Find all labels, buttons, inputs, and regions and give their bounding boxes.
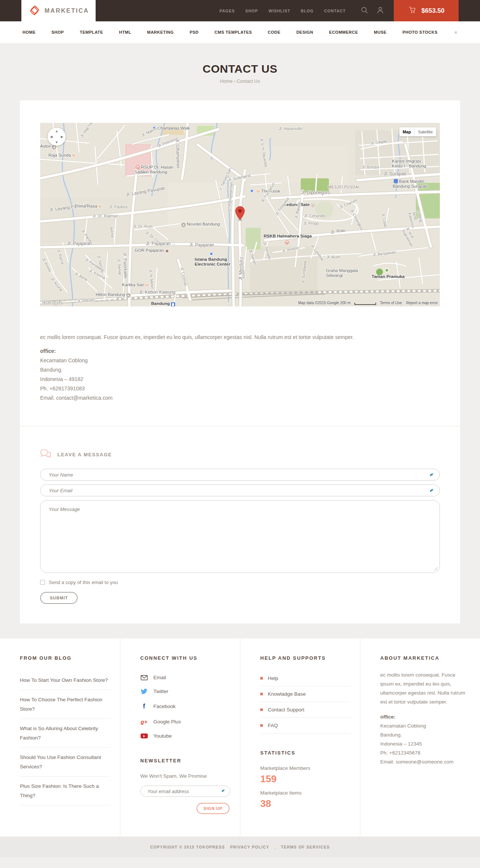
category-nav-item[interactable]: MUSE bbox=[374, 30, 387, 34]
textarea-resize-handle[interactable] bbox=[434, 566, 438, 571]
map-scale-bar bbox=[354, 303, 376, 305]
footer-about-heading: ABOUT MARKETICA bbox=[380, 655, 470, 661]
about-address-line: Email. someone@someone.com bbox=[380, 757, 470, 766]
category-nav-item[interactable]: HTML bbox=[119, 30, 131, 34]
square-bullet-icon bbox=[260, 693, 263, 695]
send-copy-checkbox[interactable] bbox=[40, 580, 45, 585]
map-type-satellite-button[interactable]: Satellite bbox=[414, 127, 436, 136]
page-title: CONTACT US bbox=[0, 63, 480, 75]
social-link[interactable]: Email bbox=[140, 671, 230, 684]
breadcrumb: Home › Contact Us bbox=[0, 79, 480, 84]
pan-right-icon[interactable]: ▶ bbox=[61, 135, 63, 139]
blog-post-link[interactable]: Should You Use Fashion Consultant Servic… bbox=[20, 748, 110, 777]
map-pan-control[interactable]: ▲ ▼ ◀ ▶ bbox=[48, 128, 66, 146]
about-address-line: Indonesia – 12345 bbox=[380, 740, 470, 748]
square-bullet-icon bbox=[260, 708, 263, 711]
help-link[interactable]: FAQ bbox=[260, 718, 350, 734]
nav-more-chevron-icon[interactable]: » bbox=[453, 31, 459, 33]
office-label: office: bbox=[380, 713, 470, 722]
social-icon: g+ bbox=[140, 719, 148, 725]
social-label: Google Plus bbox=[153, 719, 181, 725]
help-label: FAQ bbox=[268, 723, 278, 728]
footer-about-column: ABOUT MARKETICA ec mollis lorem consequa… bbox=[360, 638, 480, 837]
category-nav-item[interactable]: MARKETING bbox=[147, 30, 174, 34]
pan-up-icon[interactable]: ▲ bbox=[55, 129, 58, 133]
category-nav-item[interactable]: PSD bbox=[190, 30, 199, 34]
pan-down-icon[interactable]: ▼ bbox=[55, 140, 58, 144]
about-address-line: Ph. +6212345678 bbox=[380, 748, 470, 757]
social-link[interactable]: g+ Google Plus bbox=[140, 714, 230, 729]
category-nav-item[interactable]: PHOTO STOCKS bbox=[402, 30, 438, 34]
statistics-heading: STATISTICS bbox=[260, 750, 350, 756]
category-nav-item[interactable]: HOME bbox=[22, 30, 36, 34]
category-nav-item[interactable]: SHOP bbox=[51, 30, 64, 34]
category-nav-item[interactable]: ECOMMERCE bbox=[329, 30, 358, 34]
social-label: Email bbox=[153, 675, 166, 680]
top-nav-item[interactable]: BLOG bbox=[301, 9, 314, 13]
social-label: Youtube bbox=[153, 733, 172, 739]
price-tag-icon bbox=[28, 4, 41, 18]
blog-post-link[interactable]: What is So Alluring About Celebrity Fash… bbox=[20, 719, 110, 748]
map-data-credit: Map data ©2015 Google bbox=[298, 301, 339, 305]
terms-of-use-link[interactable]: Terms of Use bbox=[380, 301, 402, 305]
social-link[interactable]: Twitter bbox=[140, 684, 230, 698]
social-link[interactable]: Youtube bbox=[140, 729, 230, 743]
blog-post-link[interactable]: How To Start Your Own Fashion Store? bbox=[20, 671, 110, 690]
square-bullet-icon bbox=[260, 724, 263, 727]
chat-bubbles-icon bbox=[40, 449, 51, 460]
office-address-line: Bandung. bbox=[40, 365, 440, 375]
signup-button[interactable]: SIGN UP bbox=[196, 803, 230, 814]
footer-connect-column: CONNECT WITH US Email Twitter f Facebook… bbox=[120, 638, 240, 837]
office-label: office: bbox=[40, 347, 440, 356]
user-account-icon[interactable] bbox=[376, 6, 384, 15]
submit-button[interactable]: SUBMIT bbox=[40, 592, 78, 604]
terms-of-services-link[interactable]: TERMS OF SERVICES bbox=[281, 845, 330, 849]
leave-message-heading: LEAVE A MESSAGE bbox=[57, 452, 112, 457]
cart-icon bbox=[408, 6, 417, 16]
blog-post-link[interactable]: Plus Size Fashion: Is There Such a Thing… bbox=[20, 777, 110, 805]
name-input[interactable]: Your Name ✒ bbox=[40, 469, 440, 481]
pen-icon: ✒ bbox=[428, 486, 436, 495]
privacy-policy-link[interactable]: PRIVACY POLICY bbox=[230, 845, 270, 849]
pen-icon: ✒ bbox=[428, 471, 436, 479]
help-label: Contact Support bbox=[268, 707, 304, 713]
message-textarea[interactable]: Your Message bbox=[40, 500, 440, 573]
footer-help-column: HELP AND SUPPORTS Help Knowladge Base Co… bbox=[240, 638, 360, 837]
help-link[interactable]: Contact Support bbox=[260, 702, 350, 718]
help-link[interactable]: Knowladge Base bbox=[260, 686, 350, 702]
category-nav-item[interactable]: TEMPLATE bbox=[80, 30, 103, 34]
category-nav-item[interactable]: CMS TEMPLATES bbox=[214, 30, 252, 34]
social-label: Twitter bbox=[153, 689, 168, 694]
report-map-error-link[interactable]: Report a map error bbox=[406, 301, 438, 305]
search-icon[interactable] bbox=[361, 6, 368, 15]
blog-post-link[interactable]: How To Choose The Perfect Fashion Store? bbox=[20, 690, 110, 719]
category-nav: HOMESHOPTEMPLATEHTMLMARKETINGPSDCMS TEMP… bbox=[0, 21, 480, 43]
brand-logo[interactable]: MARKETICA bbox=[21, 0, 96, 21]
newsletter-tagline: We Won't Spam, We Promise bbox=[140, 773, 230, 779]
newsletter-email-input[interactable]: Your email address ✒ bbox=[140, 786, 230, 797]
breadcrumb-home-link[interactable]: Home bbox=[220, 79, 232, 84]
category-nav-item[interactable]: CODE bbox=[268, 30, 280, 34]
top-bar: MARKETICA PAGESSHOPWISHLISTBLOGCONTACT $… bbox=[0, 0, 480, 21]
stat-label: Marketplace Members bbox=[260, 765, 350, 771]
leave-message-section: LEAVE A MESSAGE Your Name ✒ Your Email ✒… bbox=[40, 426, 440, 604]
top-nav-item[interactable]: CONTACT bbox=[324, 9, 346, 13]
category-nav-item[interactable]: DESIGN bbox=[296, 30, 313, 34]
email-input[interactable]: Your Email ✒ bbox=[40, 484, 440, 496]
cart-button[interactable]: $653.50 bbox=[394, 0, 459, 21]
help-link[interactable]: Help bbox=[260, 671, 350, 686]
social-link[interactable]: f Facebook bbox=[140, 698, 230, 714]
office-address-line: Indonesia – 49182 bbox=[40, 375, 440, 384]
google-map-canvas[interactable]: Champelas WalkJl. HasanudinJl. Ir. H. Dj… bbox=[40, 123, 440, 306]
top-nav-item[interactable]: WISHLIST bbox=[268, 9, 290, 13]
breadcrumb-current: Contact Us bbox=[237, 79, 260, 84]
map-type-map-button[interactable]: Map bbox=[399, 127, 414, 136]
map-marker-pin[interactable] bbox=[235, 206, 245, 223]
top-nav: PAGESSHOPWISHLISTBLOGCONTACT bbox=[219, 0, 346, 21]
breadcrumb-separator: › bbox=[234, 79, 236, 84]
office-address-line: Kecamatan Coblong bbox=[40, 356, 440, 365]
pan-left-icon[interactable]: ◀ bbox=[50, 135, 52, 139]
top-nav-item[interactable]: PAGES bbox=[219, 9, 235, 13]
help-label: Help bbox=[268, 675, 278, 681]
top-nav-item[interactable]: SHOP bbox=[245, 9, 258, 13]
